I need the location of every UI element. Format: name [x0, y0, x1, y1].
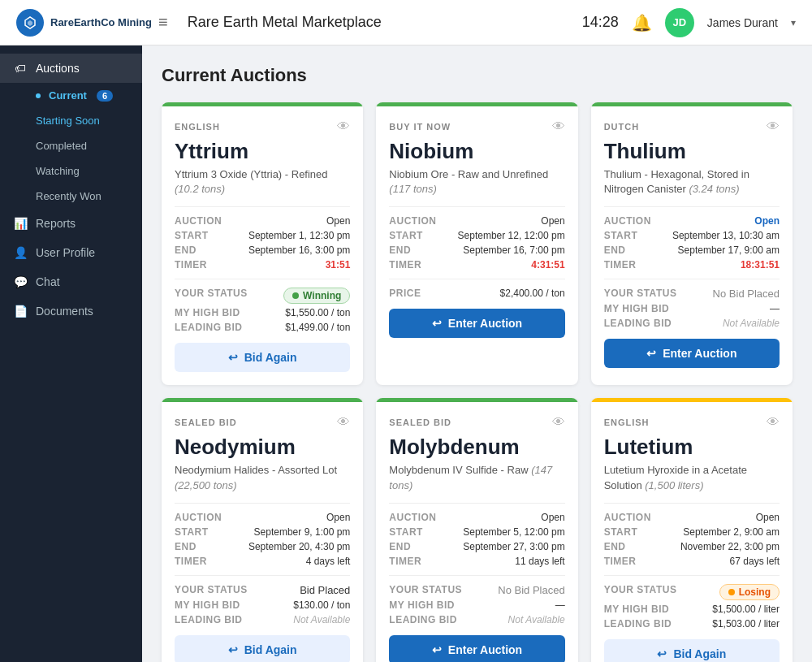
card-action-button[interactable]: ↩ Bid Again	[175, 343, 350, 372]
sidebar-item-auctions-label: Auctions	[36, 62, 80, 75]
leading-bid-label: LEADING BID	[389, 614, 457, 625]
card-divider-2	[175, 279, 350, 279]
auction-status-value: Open	[326, 215, 350, 227]
main-content: Current Auctions ENGLISH 👁 Yttrium Yttri…	[142, 45, 812, 662]
card-divider-2	[389, 575, 564, 576]
watch-icon[interactable]: 👁	[767, 415, 780, 430]
sidebar-item-auctions[interactable]: 🏷 Auctions	[0, 54, 142, 83]
watch-icon[interactable]: 👁	[767, 119, 780, 134]
timer-value: 4:31:51	[531, 259, 564, 270]
auction-status-row: AUCTION Open	[389, 512, 564, 523]
card-title: Thulium	[604, 139, 780, 164]
start-value: September 13, 10:30 am	[672, 230, 780, 241]
leading-bid-value: Not Available	[293, 614, 350, 625]
card-qty: (1,500 liters)	[645, 479, 703, 491]
card-body: BUY IT NOW 👁 Niobium Niobium Ore - Raw a…	[376, 106, 577, 351]
card-body: SEALED BID 👁 Neodymium Neodymium Halides…	[162, 402, 363, 662]
my-high-bid-label: MY HIGH BID	[604, 303, 670, 314]
card-body: SEALED BID 👁 Molybdenum Molybdenum IV Su…	[376, 402, 577, 662]
sidebar-sub-starting-soon[interactable]: Starting Soon	[0, 108, 142, 133]
timer-row: TIMER 4 days left	[175, 556, 350, 567]
auction-label: AUCTION	[175, 512, 222, 523]
auction-card: ENGLISH 👁 Lutetium Lutetium Hyroxide in …	[591, 398, 793, 662]
end-row: END September 16, 3:00 pm	[175, 244, 350, 256]
price-row: PRICE $2,400.00 / ton	[389, 288, 564, 299]
card-action-button[interactable]: ↩ Bid Again	[175, 635, 350, 662]
start-row: START September 9, 1:00 pm	[175, 526, 350, 538]
watch-icon[interactable]: 👁	[337, 119, 350, 134]
sidebar-completed-label: Completed	[36, 140, 87, 152]
sidebar-item-chat[interactable]: 💬 Chat	[0, 267, 142, 296]
leading-bid-row: LEADING BID $1,499.00 / ton	[175, 322, 350, 333]
my-high-bid-value: —	[555, 599, 565, 611]
start-label: START	[389, 230, 423, 241]
my-high-bid-row: MY HIGH BID —	[389, 599, 564, 611]
sidebar-sub-current[interactable]: Current 6	[0, 83, 142, 108]
user-menu-chevron-icon[interactable]: ▾	[791, 17, 796, 28]
my-high-bid-row: MY HIGH BID $1,500.00 / liter	[604, 604, 780, 615]
watch-icon[interactable]: 👁	[337, 415, 350, 430]
end-row: END September 20, 4:30 pm	[175, 541, 350, 552]
my-high-bid-value: —	[770, 303, 780, 314]
status-badge-losing: Losing	[719, 584, 780, 600]
card-description: Niobium Ore - Raw and Unrefined (117 ton…	[389, 167, 564, 197]
notification-bell-icon[interactable]: 🔔	[632, 13, 652, 32]
my-high-bid-row: MY HIGH BID $130.00 / ton	[175, 599, 350, 611]
start-label: START	[604, 230, 638, 241]
auction-status-row: AUCTION Open	[175, 215, 350, 227]
auction-card: SEALED BID 👁 Molybdenum Molybdenum IV Su…	[376, 398, 577, 662]
sidebar-item-documents[interactable]: 📄 Documents	[0, 296, 142, 326]
end-label: END	[175, 244, 197, 256]
card-type: DUTCH	[604, 122, 640, 132]
card-type: BUY IT NOW	[389, 122, 451, 132]
timer-label: TIMER	[604, 556, 637, 567]
auction-label: AUCTION	[389, 215, 436, 227]
my-high-bid-label: MY HIGH BID	[389, 599, 455, 611]
auction-label: AUCTION	[604, 512, 651, 523]
btn-icon: ↩	[432, 317, 442, 330]
card-description: Lutetium Hyroxide in a Acetate Solution …	[604, 463, 780, 492]
start-value: September 9, 1:00 pm	[254, 526, 351, 538]
start-row: START September 2, 9:00 am	[604, 526, 780, 538]
auction-card: ENGLISH 👁 Yttrium Yttrium 3 Oxide (Yttri…	[162, 102, 363, 385]
sidebar-item-user-profile[interactable]: 👤 User Profile	[0, 238, 142, 267]
sidebar-item-reports[interactable]: 📊 Reports	[0, 209, 142, 238]
layout: 🏷 Auctions Current 6 Starting Soon Compl…	[0, 45, 812, 662]
card-action-button[interactable]: ↩ Enter Auction	[389, 635, 564, 662]
card-description: Thulium - Hexagonal, Stored in Nitrogen …	[604, 167, 780, 197]
btn-label: Bid Again	[244, 351, 297, 364]
card-action-button[interactable]: ↩ Bid Again	[604, 639, 780, 662]
sidebar-starting-soon-label: Starting Soon	[36, 115, 100, 127]
card-action-button[interactable]: ↩ Enter Auction	[389, 309, 564, 338]
btn-label: Enter Auction	[448, 643, 522, 656]
card-qty: (3.24 tons)	[689, 183, 739, 195]
watch-icon[interactable]: 👁	[552, 119, 565, 134]
end-label: END	[604, 541, 626, 552]
card-title: Neodymium	[175, 435, 350, 460]
start-label: START	[389, 526, 423, 538]
timer-row: TIMER 67 days left	[604, 556, 780, 567]
end-value: September 27, 3:00 pm	[463, 541, 564, 552]
card-type-row: BUY IT NOW 👁	[389, 119, 564, 134]
leading-bid-label: LEADING BID	[604, 318, 672, 329]
end-label: END	[389, 541, 411, 552]
card-type-row: ENGLISH 👁	[604, 415, 780, 430]
user-name: James Durant	[707, 16, 778, 29]
timer-label: TIMER	[175, 556, 207, 567]
sidebar-sub-recently-won[interactable]: Recently Won	[0, 184, 142, 209]
timer-row: TIMER 4:31:51	[389, 259, 564, 270]
your-status-label: YOUR STATUS	[175, 288, 248, 304]
card-divider-2	[389, 279, 564, 279]
topbar-center: ≡ Rare Earth Metal Marketplace	[158, 13, 582, 32]
watch-icon[interactable]: 👁	[552, 415, 565, 430]
card-type: ENGLISH	[604, 418, 650, 427]
btn-icon: ↩	[432, 643, 442, 656]
card-action-button[interactable]: ↩ Enter Auction	[604, 339, 780, 368]
end-label: END	[604, 244, 626, 256]
hamburger-button[interactable]: ≡	[158, 13, 168, 32]
your-status-label: YOUR STATUS	[175, 584, 248, 596]
sidebar-sub-watching[interactable]: Watching	[0, 158, 142, 184]
sidebar-sub-completed[interactable]: Completed	[0, 133, 142, 158]
logo-icon	[16, 9, 44, 37]
leading-bid-row: LEADING BID Not Available	[175, 614, 350, 625]
